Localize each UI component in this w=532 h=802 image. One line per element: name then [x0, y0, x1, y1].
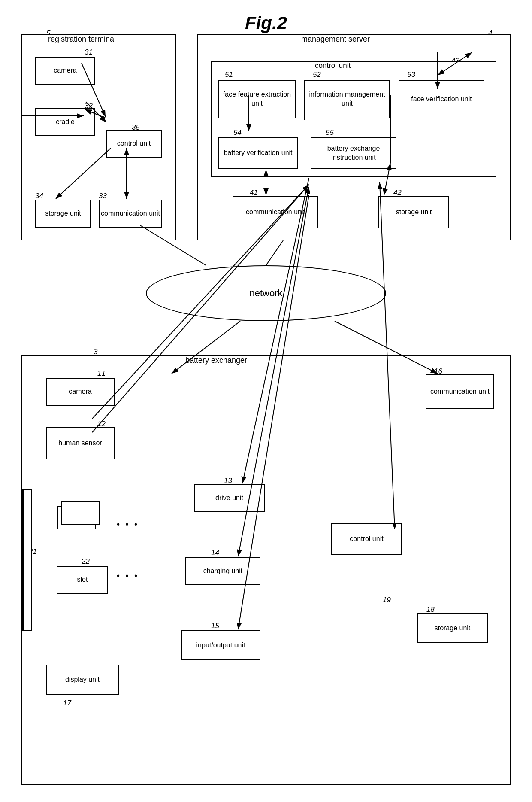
network-ellipse: network: [146, 265, 386, 321]
dots-2: • • •: [117, 571, 139, 581]
communication-unit-label-mgmt: communication unit: [246, 208, 305, 217]
ref-52: 52: [313, 70, 321, 79]
ref-17: 17: [63, 699, 71, 708]
ref-33: 33: [99, 192, 107, 200]
slot-label: slot: [77, 575, 88, 584]
face-feature-box: face feature extraction unit: [218, 80, 296, 118]
ref-41: 41: [250, 188, 258, 197]
communication-unit-box-mgmt: communication unit: [233, 196, 318, 228]
network-label: network: [249, 288, 282, 299]
drive-unit-box: drive unit: [194, 484, 265, 512]
storage-unit-box-be: storage unit: [417, 613, 488, 643]
camera-label-be: camera: [69, 387, 91, 396]
registration-terminal-box: registration terminal 31 camera 32 cradl…: [21, 34, 176, 240]
ref-3: 3: [94, 348, 97, 356]
battery-verification-box: battery verification unit: [218, 137, 298, 169]
ref-34: 34: [35, 192, 43, 200]
camera-label-reg: camera: [54, 66, 76, 75]
drive-unit-label: drive unit: [215, 494, 243, 503]
input-output-label: input/output unit: [196, 641, 245, 650]
display-unit-label: display unit: [65, 675, 100, 684]
control-unit-label-reg: control unit: [117, 139, 151, 148]
info-management-label: information management unit: [305, 90, 389, 108]
storage-unit-label-reg: storage unit: [45, 209, 81, 218]
ref-55: 55: [326, 128, 334, 137]
storage-unit-label-mgmt: storage unit: [396, 208, 432, 217]
human-sensor-label: human sensor: [58, 439, 102, 448]
control-unit-label-mgmt: control unit: [315, 61, 351, 70]
control-unit-box-be: control unit: [331, 523, 402, 555]
control-unit-label-be: control unit: [350, 535, 383, 544]
battery-exchange-label: battery exchange instruction unit: [311, 144, 396, 162]
ref-51: 51: [225, 70, 233, 79]
ref-15: 15: [211, 622, 219, 630]
communication-unit-box-reg: communication unit: [99, 200, 162, 228]
ref-22: 22: [82, 557, 90, 566]
cradle-label: cradle: [56, 118, 75, 127]
communication-unit-label-reg: communication unit: [101, 209, 160, 218]
communication-unit-label-be: communication unit: [430, 387, 490, 396]
svg-line-14: [266, 240, 283, 265]
battery-exchanger-label: battery exchanger: [185, 356, 247, 365]
input-output-box: input/output unit: [181, 630, 260, 660]
ref-31: 31: [85, 48, 93, 57]
ref-14: 14: [211, 549, 219, 557]
charging-unit-label: charging unit: [203, 567, 243, 576]
ref-42: 42: [393, 188, 402, 197]
battery-exchanger-box: battery exchanger 11 camera 12 human sen…: [21, 355, 511, 785]
communication-unit-box-be: communication unit: [426, 374, 494, 409]
control-unit-inner-box: control unit 51 face feature extraction …: [211, 61, 496, 177]
face-feature-label: face feature extraction unit: [219, 90, 295, 108]
ref-18: 18: [426, 605, 435, 614]
dots-1: • • •: [117, 519, 139, 529]
ref-53: 53: [407, 70, 415, 79]
slot-box: slot: [57, 566, 108, 594]
ref-11: 11: [97, 369, 106, 378]
camera-box-be: camera: [46, 378, 115, 406]
ref-13: 13: [224, 477, 232, 485]
human-sensor-box: human sensor: [46, 427, 115, 459]
face-verification-box: face verification unit: [399, 80, 484, 118]
registration-terminal-label: registration terminal: [48, 35, 116, 44]
figure-title: Fig.2: [9, 9, 523, 33]
ref-54: 54: [233, 128, 242, 137]
storage-unit-box-mgmt: storage unit: [378, 196, 449, 228]
display-unit-box: display unit: [46, 665, 119, 695]
management-server-label: management server: [301, 35, 370, 44]
camera-box-reg: camera: [35, 57, 95, 85]
cradle-box: cradle: [35, 108, 95, 136]
ref-19: 19: [383, 596, 391, 605]
storage-unit-box-reg: storage unit: [35, 200, 91, 228]
battery-verification-label: battery verification unit: [224, 149, 292, 158]
storage-unit-label-be: storage unit: [435, 624, 471, 633]
info-management-box: information management unit: [304, 80, 390, 118]
face-verification-label: face verification unit: [411, 95, 472, 104]
control-unit-box-reg: control unit: [106, 130, 162, 158]
battery-exchange-box: battery exchange instruction unit: [311, 137, 396, 169]
charging-unit-box: charging unit: [185, 557, 260, 585]
management-server-box: management server 43 control unit 51 fac…: [197, 34, 511, 240]
